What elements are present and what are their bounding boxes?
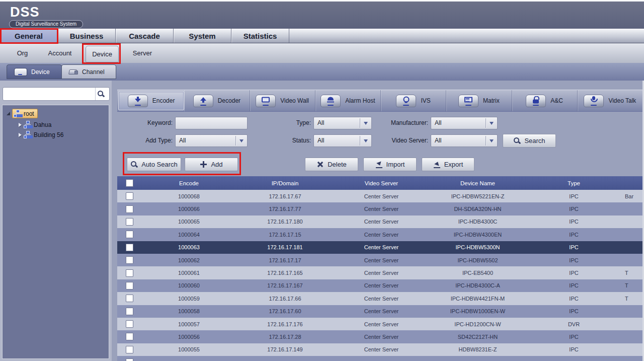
keyword-input[interactable] [175,117,248,129]
sub-nav-item-server[interactable]: Server [130,43,155,63]
tree-node-root[interactable]: root [7,109,109,118]
row-checkbox[interactable] [126,358,133,361]
sub-nav-item-account[interactable]: Account [44,43,75,63]
row-checkbox[interactable] [126,320,133,328]
sub-nav-label: Device [92,50,112,58]
row-checkbox[interactable] [126,308,133,315]
device-tab-label: Video Wall [280,97,309,104]
video-server-dropdown[interactable]: All [431,134,498,147]
cell-device-name: DH-SD6A320N-HN [430,202,526,215]
view-tab-label: Channel [82,68,105,76]
filter-panel: Keyword: Type: All Manufacturer: All Add… [117,112,642,157]
row-checkbox[interactable] [126,205,133,213]
type-dropdown[interactable]: All [313,117,372,129]
table-row[interactable]: 1000064 172.16.17.15 Center Server IPC-H… [117,228,642,241]
auto-search-button[interactable]: Auto Search [127,158,181,171]
add-button[interactable]: Add [185,158,238,171]
view-tab-band: Device Channel [0,63,644,82]
device-tab-matrix[interactable]: Matrix [446,90,512,111]
status-dropdown[interactable]: All [313,134,372,147]
table-row[interactable]: 1000060 172.16.17.167 Center Server IPC-… [117,279,642,292]
column-header-overflow [622,176,642,190]
main-tab-cascade[interactable]: Cascade [116,29,174,43]
table-row[interactable]: 1000068 172.16.17.67 Center Server IPC-H… [117,190,642,202]
table-row[interactable]: 1000059 172.16.17.66 Center Server IPC-H… [117,292,642,305]
sub-nav-item-org[interactable]: Org [11,43,34,63]
tree-node-building-56[interactable]: Building 56 [19,131,109,138]
main-tab-system[interactable]: System [174,29,231,43]
chevron-expanded-icon[interactable] [7,112,10,115]
view-tab-label: Device [31,68,50,76]
table-row[interactable]: 1000057 172.16.17.176 Center Server IPC-… [117,318,642,330]
search-button-label: Search [524,137,545,145]
search-button[interactable]: Search [503,134,556,148]
view-tab-channel[interactable]: Channel [61,64,116,79]
table-row[interactable]: 1000058 172.16.17.60 Center Server IPC-H… [117,305,642,318]
table-row[interactable]: 1000056 172.16.17.28 Center Server SD42C… [117,330,642,343]
table-row[interactable]: 1000061 172.16.17.165 Center Server IPC-… [117,266,642,279]
table-row[interactable]: 1000062 172.16.17.17 Center Server IPC-H… [117,254,642,266]
device-tab-video-talk[interactable]: Video Talk [578,90,642,111]
cell-video-server: Center Server [333,318,430,330]
table-row[interactable]: 1000065 172.16.17.180 Center Server IPC-… [117,215,642,228]
sub-nav-label: Account [48,49,72,57]
cell-type: IPC [526,228,622,241]
cell-overflow [622,228,642,241]
cell-video-server: Center Server [333,241,430,254]
row-checkbox[interactable] [126,346,133,353]
cell-ip [237,356,333,361]
cell-ip: 172.16.17.180 [237,215,333,228]
row-checkbox[interactable] [126,282,133,290]
main-tab-general[interactable]: General [0,29,58,43]
main-tab-statistics[interactable]: Statistics [231,29,289,43]
cell-overflow [622,330,642,343]
device-tab-encoder[interactable]: Encoder [118,91,184,110]
row-checkbox[interactable] [126,192,133,200]
cell-video-server [333,356,430,361]
search-icon [97,90,105,98]
cell-overflow [622,241,642,254]
cell-encode [141,356,237,361]
row-checkbox[interactable] [126,295,133,302]
chevron-right-icon[interactable] [19,123,22,127]
manufacturer-dropdown[interactable]: All [431,117,498,129]
main-tab-business[interactable]: Business [58,29,116,43]
column-header-type: Type [526,176,622,190]
import-button[interactable]: Import [363,158,417,171]
table-row[interactable]: 1000055 172.16.17.149 Center Server HDBW… [117,343,642,356]
device-tab-a-c[interactable]: A&C [512,90,578,111]
table-row[interactable]: 1000063 172.16.17.181 Center Server IPC-… [117,241,642,254]
cell-encode: 1000057 [141,318,237,330]
table-row[interactable]: 1000066 172.16.17.77 Center Server DH-SD… [117,202,642,215]
cell-overflow [622,305,642,318]
tree-node-dahua[interactable]: Dahua [19,121,109,128]
row-checkbox[interactable] [126,256,133,264]
row-checkbox[interactable] [126,244,133,251]
row-checkbox[interactable] [126,218,133,226]
delete-button[interactable]: Delete [305,158,358,171]
sub-nav-item-device[interactable]: Device [86,46,119,62]
row-checkbox[interactable] [126,333,133,340]
column-header-encode: Encode [141,176,237,190]
device-tab-decoder[interactable]: Decoder [184,90,250,111]
sidebar: root Dahua Building 56 [0,81,112,361]
device-tab-alarm-host[interactable]: Alarm Host [315,90,381,111]
view-tab-device[interactable]: Device [7,64,62,79]
row-checkbox[interactable] [126,269,133,277]
action-toolbar: Auto Search Add Delete Import Export [117,157,642,172]
select-all-checkbox[interactable] [126,179,133,187]
camera-icon [69,68,78,75]
cell-overflow [622,254,642,266]
cell-encode: 1000055 [141,343,237,356]
add-type-dropdown[interactable]: All [175,134,248,147]
device-tab-ivs[interactable]: IVS [381,90,446,111]
export-button[interactable]: Export [422,158,474,171]
search-go-button[interactable] [95,88,109,100]
row-checkbox[interactable] [126,231,133,238]
cell-device-name [430,356,526,361]
search-input[interactable] [3,88,95,100]
cell-ip: 172.16.17.77 [237,202,333,215]
table-row[interactable] [117,356,642,361]
device-tab-video-wall[interactable]: Video Wall [250,90,315,111]
chevron-right-icon[interactable] [19,133,22,137]
